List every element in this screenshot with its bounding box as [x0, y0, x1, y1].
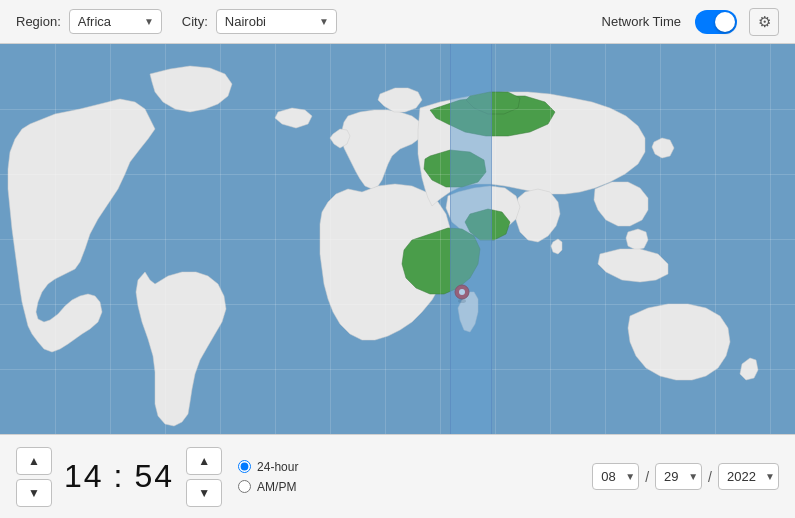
minutes-spinner: ▲ ▼	[186, 447, 222, 507]
hours-spinner: ▲ ▼	[16, 447, 52, 507]
up-icon-min: ▲	[198, 454, 210, 468]
region-select-wrapper: Africa Americas Asia Atlantic Australia …	[69, 9, 162, 34]
format-ampm-text: AM/PM	[257, 480, 296, 494]
grid-line-h4	[0, 304, 795, 305]
time-separator: :	[114, 458, 125, 495]
region-select[interactable]: Africa Americas Asia Atlantic Australia …	[69, 9, 162, 34]
header-bar: Region: Africa Americas Asia Atlantic Au…	[0, 0, 795, 44]
date-sep-2: /	[706, 469, 714, 485]
date-sep-1: /	[643, 469, 651, 485]
time-controls-bar: ▲ ▼ 14 : 54 ▲ ▼ 24-hour AM/PM	[0, 434, 795, 518]
city-select-wrapper: Nairobi Lagos Cairo Johannesburg Accra C…	[216, 9, 337, 34]
up-icon: ▲	[28, 454, 40, 468]
timezone-band	[450, 44, 492, 434]
minutes-down-button[interactable]: ▼	[186, 479, 222, 507]
date-controls: 01020304 05060708 09101112 ▼ / 01020304 …	[592, 463, 779, 490]
format-ampm-label[interactable]: AM/PM	[238, 480, 298, 494]
down-icon: ▼	[28, 486, 40, 500]
hours-down-button[interactable]: ▼	[16, 479, 52, 507]
minutes-up-button[interactable]: ▲	[186, 447, 222, 475]
time-format-group: 24-hour AM/PM	[238, 460, 298, 494]
grid-line-h2	[0, 174, 795, 175]
region-label: Region:	[16, 14, 61, 29]
format-ampm-radio[interactable]	[238, 480, 251, 493]
grid-line-h3	[0, 239, 795, 240]
year-select[interactable]: 202020212022 20232024	[718, 463, 779, 490]
time-hours: 14	[64, 458, 104, 495]
time-minutes: 54	[134, 458, 174, 495]
day-select-wrapper: 01020304 05060708 09101112 13141516 1718…	[655, 463, 702, 490]
gear-icon: ⚙	[758, 13, 771, 31]
day-select[interactable]: 01020304 05060708 09101112 13141516 1718…	[655, 463, 702, 490]
time-display-group: 14 : 54	[56, 458, 182, 495]
format-24h-radio[interactable]	[238, 460, 251, 473]
grid-line-h1	[0, 109, 795, 110]
format-24h-label[interactable]: 24-hour	[238, 460, 298, 474]
city-select[interactable]: Nairobi Lagos Cairo Johannesburg Accra C…	[216, 9, 337, 34]
month-select[interactable]: 01020304 05060708 09101112	[592, 463, 639, 490]
network-time-toggle[interactable]	[695, 10, 737, 34]
hours-up-button[interactable]: ▲	[16, 447, 52, 475]
year-select-wrapper: 202020212022 20232024 ▼	[718, 463, 779, 490]
network-time-label: Network Time	[602, 14, 681, 29]
down-icon-min: ▼	[198, 486, 210, 500]
format-24h-text: 24-hour	[257, 460, 298, 474]
month-select-wrapper: 01020304 05060708 09101112 ▼	[592, 463, 639, 490]
grid-line-h5	[0, 369, 795, 370]
gear-button[interactable]: ⚙	[749, 8, 779, 36]
city-label: City:	[182, 14, 208, 29]
world-map	[0, 44, 795, 434]
